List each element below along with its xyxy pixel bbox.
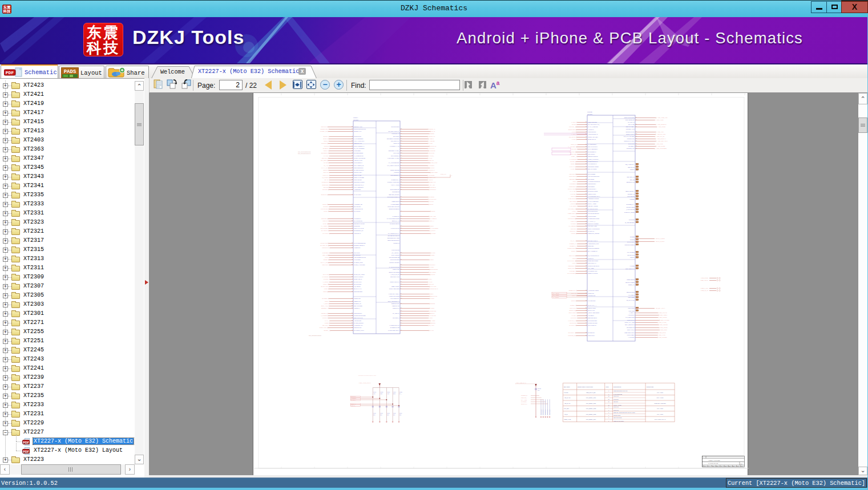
svg-text:TSUYF4R: TSUYF4R (569, 255, 575, 256)
svg-text:TSKGF6C: TSKGF6C (321, 126, 328, 127)
svg-text:05: 05 (636, 296, 637, 297)
svg-text:ZEF34ZV8A5H5: ZEF34ZV8A5H5 (354, 317, 363, 318)
svg-text:CY8BD946G_7: CY8BD946G_7 (391, 179, 399, 181)
svg-text:ME_ZT0VD: ME_ZT0VD (569, 136, 576, 138)
svg-text:R5LMNSUPHND8E: R5LMNSUPHND8E (588, 166, 599, 167)
svg-text:V6318UR8Y4GA: V6318UR8Y4GA (354, 325, 363, 326)
svg-text:YM17L: YM17L (572, 262, 576, 264)
svg-text:80: 80 (352, 228, 353, 228)
svg-text:TGLUPN: TGLUPN (322, 189, 328, 190)
svg-text:C34XD: C34XD (571, 196, 575, 197)
svg-text:7V_PZBLDB: 7V_PZBLDB (569, 225, 576, 227)
svg-text:_7BFXS4T: _7BFXS4T (321, 157, 328, 159)
svg-text:o: o (451, 175, 453, 176)
svg-text:NV: NV (401, 136, 402, 136)
svg-text:XBYRP4XDT: XBYRP4XDT (321, 286, 329, 287)
svg-text:U8: U8 (352, 138, 353, 139)
svg-text:2G1LAKX2_5: 2G1LAKX2_5 (627, 329, 635, 331)
svg-text:MDV251DXXE: MDV251DXXE (627, 327, 635, 328)
svg-text:47TG8: 47TG8 (430, 298, 434, 299)
svg-text:5UF9BD1SECBT: 5UF9BD1SECBT (354, 152, 364, 153)
svg-text:00: 00 (608, 395, 609, 396)
svg-text:0RU_UDF6VCA: 0RU_UDF6VCA (391, 140, 400, 142)
svg-text:8F: 8F (352, 165, 353, 165)
svg-text:HGECKNCPG_PGC: HGECKNCPG_PGC (588, 243, 599, 245)
svg-text:SU: SU (352, 162, 353, 163)
svg-text:B3: B3 (401, 150, 402, 151)
svg-text:9UCPX1D0VH264730: 9UCPX1D0VH264730 (387, 206, 399, 207)
svg-text:W(w=1.wpd) //1/0 /.0/: W(w=1.wpd) //1/0 /.0/ (655, 419, 666, 420)
svg-text:SA2P564: SA2P564 (571, 223, 576, 224)
svg-text:ZMCHU9Y: ZMCHU9Y (570, 230, 576, 232)
svg-text:P15XMC_: P15XMC_ (569, 126, 575, 128)
svg-text:3C6VUKMUA: 3C6VUKMUA (588, 153, 595, 155)
svg-text:GK: GK (401, 295, 402, 296)
svg-text:4ESA39H10: 4ESA39H10 (628, 167, 635, 168)
svg-text:U1B5H1PNX: U1B5H1PNX (568, 213, 575, 214)
svg-text:SBP5S7VAM60: SBP5S7VAM60 (354, 126, 362, 127)
svg-text:XM7YAYGKUHGLV: XM7YAYGKUHGLV (354, 140, 365, 141)
svg-text:448V3: 448V3 (572, 131, 576, 132)
svg-text:NPU3AHT37TCP8GR: NPU3AHT37TCP8GR (588, 228, 600, 229)
svg-text:2M21RVEMTM83VSZ: 2M21RVEMTM83VSZ (354, 128, 366, 129)
svg-text:L_: L_ (401, 167, 402, 168)
svg-text:0GF3G11UC8H: 0GF3G11UC8H (391, 126, 399, 127)
svg-text:DUUN7E_P4N: DUUN7E_P4N (627, 148, 635, 149)
svg-text:AC: AC (586, 250, 587, 251)
svg-text:FVL3L3Z2G: FVL3L3Z2G (354, 259, 361, 260)
svg-text:X_59DF: X_59DF (324, 303, 329, 305)
svg-text:HL: HL (352, 131, 353, 131)
svg-text:6LR8N3: 6LR8N3 (630, 239, 635, 240)
svg-text:GGZ2Y: GGZ2Y (323, 284, 328, 285)
svg-text:SZ: SZ (586, 201, 587, 201)
svg-text:5D: 5D (586, 317, 587, 318)
svg-text:Y2: Y2 (352, 157, 353, 158)
svg-text:DC: DC (401, 252, 402, 253)
svg-text:GYHC16: GYHC16 (324, 155, 329, 156)
svg-text:VAPFT5_: VAPFT5_ (429, 155, 434, 157)
svg-text:FLVFYFRL: FLVFYFRL (430, 286, 437, 287)
svg-text:0H516DXY1GRL9SG1: 0H516DXY1GRL9SG1 (387, 181, 400, 183)
svg-text:67M97UTV: 67M97UTV (429, 148, 435, 149)
svg-text:MSD_FA5V5N8: MSD_FA5V5N8 (660, 319, 669, 321)
svg-text:RH: RH (636, 143, 637, 144)
svg-text:0: 0 (608, 406, 609, 407)
svg-text:+VDD_YD0A: +VDD_YD0A (657, 131, 664, 133)
svg-text:P0S91YMNX: P0S91YMNX (320, 327, 327, 328)
svg-text:T5P3SE: T5P3SE (630, 236, 635, 237)
svg-text:HGTK3825: HGTK3825 (428, 175, 435, 176)
svg-text:8C: 8C (586, 179, 587, 179)
svg-text:N_3HUU7R: N_3HUU7R (354, 210, 360, 212)
svg-text:0Z: 0Z (352, 150, 353, 151)
svg-text:TP: TP (636, 140, 637, 141)
svg-text:UZH4A85DP2_7D: UZH4A85DP2_7D (354, 165, 364, 167)
svg-text:ERK0TH9RSZ1: ERK0TH9RSZ1 (625, 282, 635, 283)
svg-text:7G: 7G (586, 151, 587, 152)
svg-text:4XKP53NY4AYXR: 4XKP53NY4AYXR (390, 145, 400, 147)
svg-text:PH4R8P0G5CH: PH4R8P0G5CH (588, 144, 597, 145)
svg-text:TUFRM4GGE9: TUFRM4GGE9 (588, 216, 596, 217)
svg-text:82D9_B: 82D9_B (322, 254, 327, 256)
svg-text:K_0DCG8: K_0DCG8 (323, 281, 329, 283)
svg-text:1DDX_9: 1DDX_9 (429, 220, 434, 222)
svg-text:Signal name in boot code: Signal name in boot code (578, 386, 594, 388)
svg-text:YAGHRPN1: YAGHRPN1 (628, 337, 635, 338)
svg-text:VK7ASFLA_R05: VK7ASFLA_R05 (588, 225, 597, 227)
svg-text:U0: U0 (401, 155, 402, 156)
svg-text:UN: UN (401, 298, 402, 298)
svg-text:N9: N9 (401, 162, 402, 163)
svg-text:UXB27_CXPZFGMA: UXB27_CXPZFGMA (588, 159, 599, 160)
svg-text:T9: T9 (636, 131, 637, 132)
svg-text:GGX15U3_9: GGX15U3_9 (393, 317, 400, 319)
svg-text:B_HET7Z5PZSH: B_HET7Z5PZSH (625, 222, 635, 224)
svg-text:6H: 6H (352, 145, 353, 146)
svg-text:6EX9KHV05: 6EX9KHV05 (588, 310, 595, 311)
svg-text:YHDT58EH_BT: YHDT58EH_BT (354, 204, 362, 205)
svg-text:ZT5ZVE2HDNS: ZT5ZVE2HDNS (354, 291, 362, 292)
svg-text:M6: M6 (352, 262, 353, 262)
svg-text:E781KNK: E781KNK (321, 218, 327, 219)
svg-text:1: 1 (608, 410, 609, 411)
svg-text:SSSB1F9K9: SSSB1F9K9 (569, 290, 576, 291)
svg-text:D_: D_ (401, 288, 402, 289)
svg-text:2TZE3P_LX: 2TZE3P_LX (570, 243, 576, 245)
